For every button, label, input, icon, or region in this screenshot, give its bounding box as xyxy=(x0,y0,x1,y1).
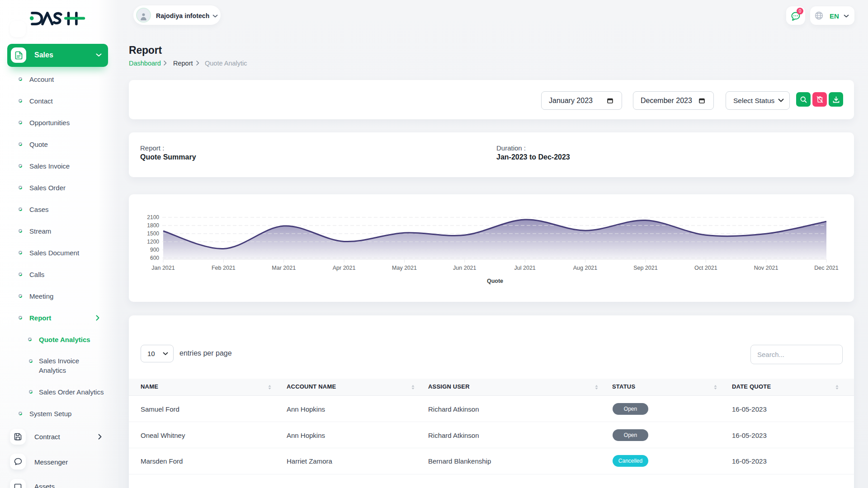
svg-text:Quote: Quote xyxy=(487,278,503,284)
svg-text:600: 600 xyxy=(150,255,159,261)
svg-text:Jun 2021: Jun 2021 xyxy=(453,265,476,271)
svg-text:1800: 1800 xyxy=(147,222,159,229)
svg-text:Feb 2021: Feb 2021 xyxy=(212,265,236,271)
svg-text:1200: 1200 xyxy=(147,239,159,245)
svg-text:900: 900 xyxy=(150,247,159,253)
svg-text:2100: 2100 xyxy=(147,214,159,221)
svg-text:1500: 1500 xyxy=(147,230,159,237)
svg-text:May 2021: May 2021 xyxy=(392,265,417,271)
svg-text:Jul 2021: Jul 2021 xyxy=(514,265,536,271)
svg-text:Mar 2021: Mar 2021 xyxy=(272,265,296,271)
svg-text:Apr 2021: Apr 2021 xyxy=(333,265,356,271)
svg-text:Dec 2021: Dec 2021 xyxy=(814,265,839,271)
svg-text:Oct 2021: Oct 2021 xyxy=(694,265,717,271)
svg-text:Jan 2021: Jan 2021 xyxy=(151,265,175,271)
svg-text:Aug 2021: Aug 2021 xyxy=(573,265,598,271)
svg-text:Sep 2021: Sep 2021 xyxy=(633,265,658,271)
svg-text:Nov 2021: Nov 2021 xyxy=(754,265,778,271)
